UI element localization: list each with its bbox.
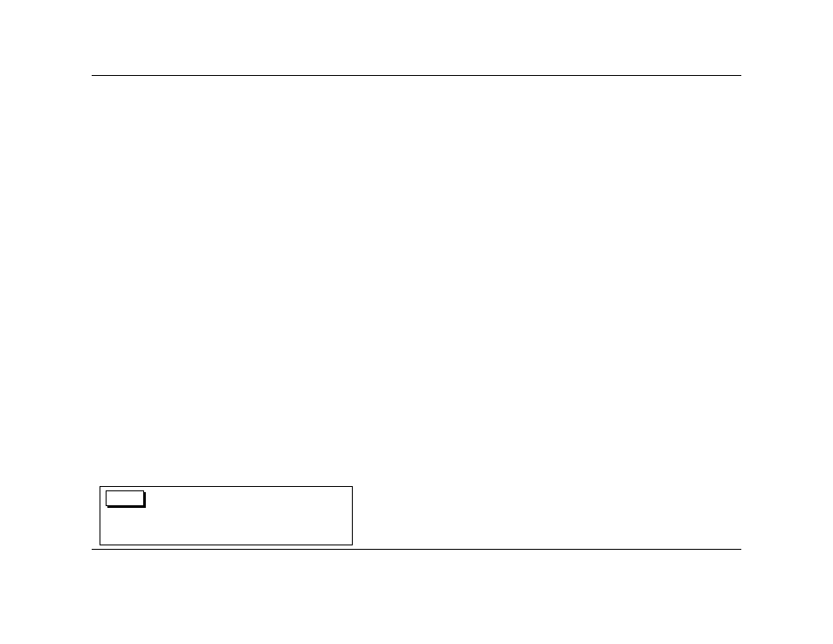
page (0, 0, 833, 644)
code-button[interactable] (106, 490, 144, 506)
header-rule (92, 75, 741, 76)
code-example-box (100, 486, 353, 545)
footer-rule (92, 549, 741, 550)
